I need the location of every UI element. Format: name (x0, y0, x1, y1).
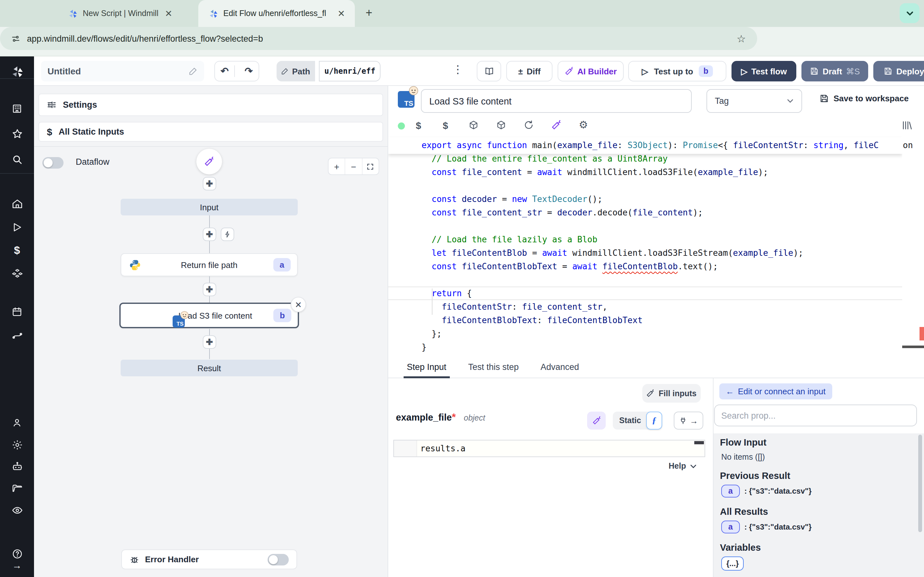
editor-settings-gear-icon[interactable]: ⚙ (579, 120, 588, 130)
package-icon[interactable] (468, 120, 479, 130)
flow-input-empty: No items ([]) (721, 453, 924, 462)
tab-test-this-step[interactable]: Test this step (465, 356, 522, 378)
chevron-down-icon (787, 97, 794, 105)
variables-badge[interactable]: {...} (721, 556, 744, 571)
result-key-badge[interactable]: a (721, 485, 740, 498)
workspace-icon[interactable] (8, 100, 26, 117)
path-value[interactable]: u/henri/eff (318, 61, 381, 81)
save-to-workspace-label: Save to workspace (834, 93, 909, 103)
path-group[interactable]: Path u/henri/eff (276, 61, 381, 81)
windmill-logo-icon[interactable] (8, 63, 26, 80)
workers-robot-icon[interactable] (8, 458, 26, 475)
add-step-button[interactable]: ✚ (203, 177, 216, 190)
runs-play-icon[interactable] (8, 219, 26, 236)
browser-tab-active[interactable]: Edit Flow u/henri/effortless_fl ✕ (198, 0, 355, 27)
redo-icon[interactable]: ↷ (239, 65, 258, 77)
browser-tab-inactive[interactable]: New Script | Windmill ✕ (59, 0, 196, 27)
site-info-icon[interactable] (11, 34, 21, 43)
tab-step-input[interactable]: Step Input (404, 356, 449, 378)
deploy-button[interactable]: Deploy (873, 61, 924, 81)
javascript-expr-toggle[interactable]: ƒ (646, 412, 662, 430)
flow-step-a-node[interactable]: Return file path a (121, 253, 298, 276)
resources-dollar-icon[interactable]: $ (443, 120, 448, 131)
test-flow-button[interactable]: ▷ Test flow (732, 61, 796, 81)
fill-inputs-label: Fill inputs (659, 389, 696, 398)
code-minimap[interactable]: on (902, 137, 924, 356)
ai-builder-button[interactable]: AI Builder (557, 61, 624, 81)
draft-button[interactable]: Draft ⌘S (801, 61, 868, 81)
schedules-calendar-icon[interactable] (8, 303, 26, 321)
docs-book-button[interactable] (477, 61, 501, 81)
expr-gutter (394, 440, 417, 456)
tab-close-icon[interactable]: ✕ (164, 8, 174, 19)
edit-pencil-icon (189, 67, 198, 76)
settings-gear-icon[interactable] (8, 436, 26, 453)
home-icon[interactable] (8, 195, 26, 212)
tab-advanced[interactable]: Advanced (537, 356, 582, 378)
new-tab-button[interactable]: + (360, 5, 377, 22)
error-handler-row[interactable]: Error Handler (121, 550, 297, 569)
flow-name-box[interactable]: Untitled (41, 61, 204, 81)
add-step-button[interactable]: ✚ (203, 227, 216, 241)
expression-editor[interactable]: results.a (393, 440, 705, 457)
audit-eye-icon[interactable] (8, 501, 26, 519)
more-options-kebab-icon[interactable]: ⋮ (452, 63, 463, 76)
code-editor[interactable]: export async function main(example_file:… (388, 137, 924, 356)
plug-icon (679, 416, 687, 425)
flow-step-b-node-selected[interactable]: TS Load S3 file content b (120, 303, 299, 328)
flow-result-node[interactable]: Result (121, 359, 298, 376)
dataflow-toggle[interactable] (42, 157, 63, 169)
tab-close-icon[interactable]: ✕ (336, 8, 346, 19)
flow-settings-row[interactable]: Settings (39, 93, 383, 116)
static-toggle-group[interactable]: Static ƒ (613, 412, 662, 430)
search-icon[interactable] (8, 151, 26, 168)
tag-select[interactable]: Tag (706, 89, 802, 113)
variables-dollar-icon[interactable]: $ (416, 120, 421, 131)
diff-button[interactable]: ± Diff (506, 61, 552, 81)
add-step-button[interactable]: ✚ (203, 283, 216, 296)
add-trigger-bolt-button[interactable] (221, 227, 234, 241)
save-to-workspace-button[interactable]: Save to workspace (819, 93, 909, 103)
tab-search-button[interactable] (900, 3, 919, 23)
library-icon[interactable] (901, 120, 913, 131)
folders-icon[interactable] (8, 480, 26, 497)
collapse-arrow-icon[interactable]: → (8, 556, 26, 574)
help-button[interactable]: Help (669, 462, 697, 471)
ai-flow-wand-button[interactable] (196, 149, 222, 174)
variables-dollar-icon[interactable]: $ (8, 242, 26, 259)
users-person-icon[interactable] (8, 414, 26, 432)
prop-search-input[interactable] (714, 405, 917, 426)
result-key-badge[interactable]: a (721, 521, 740, 533)
error-handler-toggle[interactable] (268, 554, 289, 565)
ai-wand-icon[interactable] (551, 120, 561, 130)
code-line: }; (388, 327, 902, 340)
arg-ai-wand-button[interactable] (587, 412, 606, 430)
step-a-badge: a (273, 258, 291, 271)
reload-icon[interactable] (523, 120, 534, 130)
undo-icon[interactable]: ↶ (215, 65, 235, 77)
prop-picker-scrollbar[interactable] (918, 435, 922, 532)
edit-or-connect-button[interactable]: ← Edit or connect an input (719, 384, 832, 400)
url-bar[interactable]: app.windmill.dev/flows/edit/u/henri/effo… (0, 27, 757, 50)
flow-input-node[interactable]: Input (121, 199, 298, 215)
minimap-scroll-thumb[interactable] (902, 346, 924, 348)
zoom-out-button[interactable]: − (345, 158, 362, 174)
package-icon[interactable] (496, 120, 506, 130)
code-line: const file_content_str = decoder.decode(… (388, 206, 902, 219)
connect-input-button[interactable]: → (674, 412, 703, 430)
bookmark-star-icon[interactable]: ☆ (737, 33, 746, 45)
magic-wand-icon (646, 389, 655, 398)
resources-cubes-icon[interactable] (8, 265, 26, 282)
flows-route-icon[interactable] (8, 326, 26, 343)
expr-value[interactable]: results.a (417, 440, 465, 456)
zoom-in-button[interactable]: + (328, 158, 345, 174)
test-up-to-button[interactable]: ▷ Test up to b (628, 61, 726, 81)
add-step-button[interactable]: ✚ (203, 335, 216, 349)
step-name-input[interactable] (421, 89, 692, 113)
fill-inputs-button[interactable]: Fill inputs (642, 384, 701, 403)
error-handler-label: Error Handler (145, 554, 262, 564)
favorites-star-icon[interactable] (8, 125, 26, 142)
remove-step-button[interactable]: ✕ (291, 297, 306, 312)
all-static-inputs-row[interactable]: $ All Static Inputs (39, 122, 383, 142)
fullscreen-button[interactable] (362, 158, 379, 174)
